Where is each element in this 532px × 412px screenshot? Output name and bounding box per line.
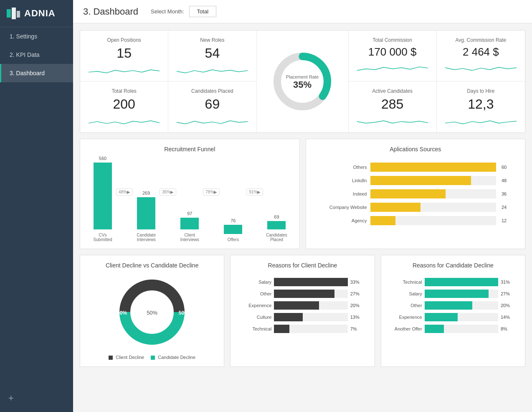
client-decline-other: Other 27% [242, 290, 362, 298]
cand-decline-salary: Salary 27% [393, 290, 513, 298]
kpi-candidates-placed-label: Candidates Placed [177, 88, 248, 94]
kpi-open-positions: Open Positions 15 [80, 31, 168, 81]
funnel-bar-client-int: 97 Client Interviews [178, 211, 201, 242]
client-culture-pct: 13% [350, 315, 363, 320]
cand-salary-fill [425, 290, 489, 298]
donut-chart: Placement Rate 35% [269, 48, 336, 117]
client-candidate-decline-title: Client Decline vs Candidate Decline [87, 262, 217, 269]
cand-another-offer-track [425, 325, 498, 333]
client-other-label: Other [242, 291, 271, 296]
logo-icon [7, 8, 20, 19]
client-decline-culture: Culture 13% [242, 313, 362, 321]
kpi-avg-commission: Avg. Commission Rate 2 464 $ [437, 31, 525, 81]
client-experience-track [274, 301, 347, 310]
kpi-total-roles-label: Total Roles [89, 88, 160, 94]
client-decline-reasons-title: Reasons for Client Decline [237, 262, 367, 269]
app-source-others-label: Others [321, 165, 367, 170]
kpi-active-candidates-value: 285 [357, 97, 428, 112]
funnel-label-offers: Offers [228, 237, 239, 242]
cand-technical-track [425, 278, 498, 286]
client-decline-legend: Client Decline [109, 355, 144, 360]
kpi-avg-commission-label: Avg. Commission Rate [445, 37, 517, 43]
sidebar: ADNIA 1. Settings 2. KPI Data 3. Dashboa… [0, 0, 73, 412]
app-source-linkedin-val: 48 [502, 178, 510, 183]
funnel-arrow-4: 91%▶ [246, 188, 263, 196]
kpi-new-roles-label: New Roles [177, 37, 248, 43]
app-source-linkedin: LinkdIn 48 [321, 176, 510, 185]
client-salary-fill [274, 278, 347, 286]
cand-salary-track [425, 290, 498, 298]
client-technical-fill [274, 325, 289, 333]
decline-donut-wrap: 50% 50% 50% [87, 275, 217, 351]
funnel-val-cvs: 560 [99, 156, 106, 161]
candidate-decline-bars: Technical 31% Salary 27% O [388, 275, 518, 340]
funnel-bar-offers-fill [224, 225, 242, 234]
kpi-open-positions-label: Open Positions [89, 37, 160, 43]
days-to-hire-sparkline [445, 115, 517, 127]
cand-other-pct: 20% [501, 303, 513, 308]
month-button[interactable]: Total [189, 6, 216, 17]
cand-experience-pct: 14% [501, 315, 513, 320]
client-experience-pct: 20% [350, 303, 363, 308]
client-decline-experience: Experience 20% [242, 301, 362, 310]
donut-center: Placement Rate 35% [286, 74, 319, 90]
cand-decline-other: Other 20% [393, 301, 513, 310]
client-salary-label: Salary [242, 280, 271, 285]
placement-rate-value: 35% [286, 79, 319, 90]
sidebar-item-dashboard[interactable]: 3. Dashboard [0, 64, 73, 82]
funnel-bar-cvs-fill [94, 163, 112, 229]
placement-rate-label: Placement Rate [286, 74, 319, 79]
candidate-decline-reasons-title: Reasons for Candidate Decline [388, 262, 518, 269]
app-source-linkedin-track [370, 176, 497, 185]
funnel-bar-cand-int: 269 Candidate Interviews [134, 191, 158, 242]
app-source-website: Company Website 24 [321, 203, 510, 212]
kpi-grid: Open Positions 15 New Roles 54 [80, 30, 525, 133]
client-technical-track [274, 325, 347, 333]
client-technical-pct: 7% [350, 326, 363, 331]
client-other-fill [274, 290, 334, 298]
kpi-total-roles-value: 200 [89, 97, 160, 112]
sidebar-item-settings[interactable]: 1. Settings [0, 27, 73, 46]
app-source-website-val: 24 [502, 205, 510, 210]
kpi-total-roles: Total Roles 200 [80, 81, 168, 132]
avg-commission-sparkline [445, 62, 517, 74]
kpi-placement-rate: Placement Rate 35% [257, 31, 349, 132]
kpi-new-roles: New Roles 54 [168, 31, 256, 81]
kpi-total-commission: Total Commission 170 000 $ [349, 31, 437, 81]
open-positions-sparkline [89, 64, 160, 76]
cand-another-offer-pct: 8% [501, 326, 513, 331]
app-source-others-track [370, 163, 497, 172]
funnel-chart: 560 CVs Submitted 48%▶ 269 Candidate Int… [87, 158, 293, 242]
cand-experience-track [425, 313, 498, 321]
cand-another-offer-fill [425, 325, 444, 333]
header: 3. Dashboard Select Month: Total [73, 0, 532, 23]
candidate-decline-legend: Candidate Decline [151, 355, 195, 360]
recruitment-funnel-card: Recruitment Funnel 560 CVs Submitted 48%… [80, 139, 300, 249]
kpi-days-to-hire-value: 12,3 [445, 97, 517, 112]
sidebar-item-kpi[interactable]: 2. KPI Data [0, 46, 73, 64]
app-source-website-track [370, 203, 497, 212]
client-decline-bars: Salary 33% Other 27% Exper [237, 275, 367, 340]
client-culture-fill [274, 313, 303, 321]
cand-decline-technical: Technical 31% [393, 278, 513, 286]
decline-donut-center: 50% [147, 309, 157, 317]
app-source-indeed: Indeed 36 [321, 189, 510, 198]
kpi-total-commission-value: 170 000 $ [357, 46, 428, 58]
add-button[interactable]: + [0, 384, 73, 412]
kpi-avg-commission-value: 2 464 $ [445, 46, 517, 58]
cand-salary-label: Salary [393, 291, 422, 296]
cand-salary-pct: 27% [501, 291, 513, 296]
client-decline-label: Client Decline [116, 355, 144, 360]
app-source-agency-fill [370, 216, 395, 225]
kpi-days-to-hire-label: Days to Hire [445, 88, 517, 94]
cand-other-label: Other [393, 303, 422, 308]
cand-other-track [425, 301, 498, 310]
app-source-agency: Agency 12 [321, 216, 510, 225]
cand-experience-label: Experience [393, 315, 422, 320]
cand-decline-another-offer: Another Offer 8% [393, 325, 513, 333]
app-source-website-fill [370, 203, 421, 212]
cand-another-offer-label: Another Offer [393, 326, 422, 331]
funnel-arrow-1: 48%▶ [116, 188, 133, 196]
svg-rect-1 [12, 8, 16, 19]
app-source-website-label: Company Website [321, 205, 367, 210]
